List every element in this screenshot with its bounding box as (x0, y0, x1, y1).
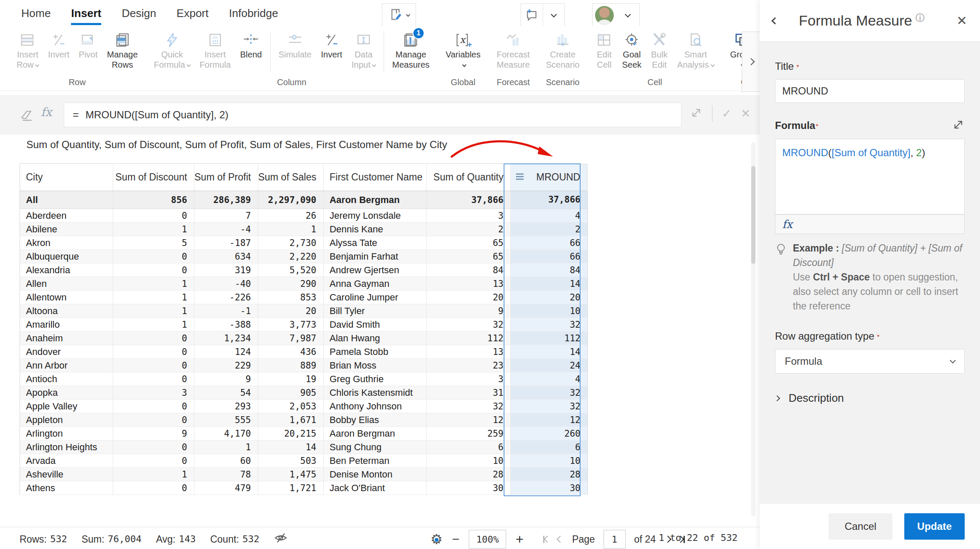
cell-sum-of-sales[interactable]: 7,987 (258, 332, 323, 345)
previous-page-button[interactable] (557, 536, 564, 543)
ribbon-button-quick-formula[interactable]: QuickFormula (149, 29, 195, 70)
ribbon-button-smart-analysis[interactable]: SmartAnalysis (672, 29, 718, 70)
cell-sum-of-profit[interactable]: 1 (194, 440, 258, 454)
cell-first-customer-name[interactable]: Greg Guthrie (323, 372, 426, 386)
cell-sum-of-discount[interactable]: 1 (113, 468, 194, 481)
cell-city[interactable]: All (20, 191, 113, 209)
cell-sum-of-profit[interactable]: 229 (194, 359, 258, 372)
cell-city[interactable]: Aberdeen (20, 209, 113, 223)
cell-mround[interactable]: 14 (510, 277, 587, 291)
cell-sum-of-sales[interactable]: 26 (258, 209, 323, 223)
cancel-formula-icon[interactable]: ✕ (741, 107, 751, 120)
cell-sum-of-discount[interactable]: 0 (113, 372, 194, 386)
cell-sum-of-discount[interactable]: 1 (113, 318, 194, 332)
cell-city[interactable]: Andover (20, 345, 113, 359)
title-field-input[interactable] (775, 79, 965, 103)
cell-city[interactable]: Antioch (20, 372, 113, 386)
cell-sum-of-profit[interactable]: -388 (194, 318, 258, 332)
cell-sum-of-quantity[interactable]: 6 (426, 440, 510, 454)
cell-sum-of-discount[interactable]: 1 (113, 291, 194, 304)
cell-sum-of-sales[interactable]: 19 (258, 372, 323, 386)
cell-sum-of-profit[interactable]: 286,389 (194, 191, 258, 209)
cell-first-customer-name[interactable]: Ben Peterman (323, 454, 426, 468)
cell-sum-of-quantity[interactable]: 9 (426, 304, 510, 318)
tab-home[interactable]: Home (21, 7, 51, 25)
expand-editor-icon[interactable] (952, 118, 965, 133)
ribbon-button-insert-row[interactable]: InsertRow (12, 29, 43, 70)
cell-sum-of-sales[interactable]: 290 (258, 277, 323, 291)
settings-gear-icon[interactable]: ⚙ (430, 532, 443, 546)
cell-sum-of-discount[interactable]: 0 (113, 263, 194, 277)
cell-first-customer-name[interactable]: Anna Gayman (323, 277, 426, 291)
cancel-button[interactable]: Cancel (829, 513, 892, 540)
ribbon-button-insert-formula[interactable]: InsertFormula (195, 29, 235, 70)
cell-mround[interactable]: 66 (510, 250, 587, 263)
cell-city[interactable]: Appleton (20, 413, 113, 427)
cell-sum-of-sales[interactable]: 853 (258, 291, 323, 304)
cell-city[interactable]: Allen (20, 277, 113, 291)
cell-sum-of-quantity[interactable]: 65 (426, 236, 510, 250)
ribbon-button-bulk-edit[interactable]: BulkEdit (646, 29, 672, 70)
cell-sum-of-discount[interactable]: 0 (113, 440, 194, 454)
tab-insert[interactable]: Insert (71, 7, 101, 25)
cell-city[interactable]: Abilene (20, 223, 113, 236)
cell-sum-of-quantity[interactable]: 10 (426, 454, 510, 468)
cell-mround[interactable]: 66 (510, 236, 587, 250)
first-page-button[interactable] (542, 535, 551, 544)
cell-sum-of-profit[interactable]: 78 (194, 468, 258, 481)
cell-mround[interactable]: 37,866 (510, 191, 587, 209)
column-header-sum-of-profit[interactable]: Sum of Profit (194, 164, 258, 191)
ribbon-button-blend[interactable]: Blend (236, 29, 267, 70)
cell-sum-of-quantity[interactable]: 84 (426, 263, 510, 277)
cell-sum-of-profit[interactable]: 634 (194, 250, 258, 263)
cell-first-customer-name[interactable]: Pamela Stobb (323, 345, 426, 359)
cell-sum-of-quantity[interactable]: 2 (426, 223, 510, 236)
ribbon-button-simulate[interactable]: Simulate (274, 29, 316, 70)
ribbon-button-manage-measures[interactable]: 1ManageMeasures (387, 29, 434, 70)
zoom-in-button[interactable]: + (514, 532, 525, 547)
cell-first-customer-name[interactable]: Aaron Bergman (323, 427, 426, 440)
cell-mround[interactable]: 10 (510, 304, 587, 318)
cell-sum-of-quantity[interactable]: 112 (426, 332, 510, 345)
cell-mround[interactable]: 4 (510, 372, 587, 386)
account-dropdown[interactable] (616, 4, 639, 27)
cell-sum-of-sales[interactable]: 5,520 (258, 263, 323, 277)
cell-sum-of-sales[interactable]: 1 (258, 223, 323, 236)
cell-sum-of-sales[interactable]: 1,721 (258, 481, 323, 495)
cell-sum-of-profit[interactable]: 124 (194, 345, 258, 359)
cell-sum-of-profit[interactable]: -226 (194, 291, 258, 304)
cell-city[interactable]: Arlington Heights (20, 440, 113, 454)
cell-sum-of-profit[interactable]: 479 (194, 481, 258, 495)
cell-city[interactable]: Amarillo (20, 318, 113, 332)
cell-sum-of-sales[interactable]: 503 (258, 454, 323, 468)
cell-sum-of-discount[interactable]: 856 (113, 191, 194, 209)
cell-city[interactable]: Athens (20, 481, 113, 495)
cell-sum-of-quantity[interactable]: 65 (426, 250, 510, 263)
ribbon-button-goal-seek[interactable]: GoalSeek (617, 29, 646, 70)
info-icon[interactable]: ⓘ (915, 12, 924, 24)
cell-sum-of-quantity[interactable]: 31 (426, 386, 510, 400)
ribbon-button-invert[interactable]: Invert (316, 29, 347, 70)
column-header-city[interactable]: City (20, 164, 113, 191)
cell-sum-of-sales[interactable]: 1,671 (258, 413, 323, 427)
zoom-level-input[interactable] (469, 530, 506, 549)
cell-sum-of-quantity[interactable]: 3 (426, 372, 510, 386)
cell-sum-of-profit[interactable]: 293 (194, 400, 258, 413)
back-icon[interactable] (772, 17, 779, 24)
cell-sum-of-discount[interactable]: 0 (113, 250, 194, 263)
cell-sum-of-profit[interactable]: 9 (194, 372, 258, 386)
hide-stats-icon[interactable] (274, 532, 288, 546)
cell-sum-of-discount[interactable]: 0 (113, 481, 194, 495)
cell-mround[interactable]: 112 (510, 332, 587, 345)
cell-sum-of-profit[interactable]: 60 (194, 454, 258, 468)
cell-city[interactable]: Arvada (20, 454, 113, 468)
update-button[interactable]: Update (904, 513, 965, 540)
cell-sum-of-quantity[interactable]: 13 (426, 277, 510, 291)
cell-sum-of-discount[interactable]: 1 (113, 304, 194, 318)
cell-sum-of-discount[interactable]: 5 (113, 236, 194, 250)
cell-sum-of-discount[interactable]: 1 (113, 277, 194, 291)
panel-expander-tab[interactable] (742, 31, 760, 92)
column-header-sum-of-sales[interactable]: Sum of Sales (258, 164, 323, 191)
cell-sum-of-sales[interactable]: 1,475 (258, 468, 323, 481)
measure-menu-icon[interactable] (515, 172, 524, 183)
